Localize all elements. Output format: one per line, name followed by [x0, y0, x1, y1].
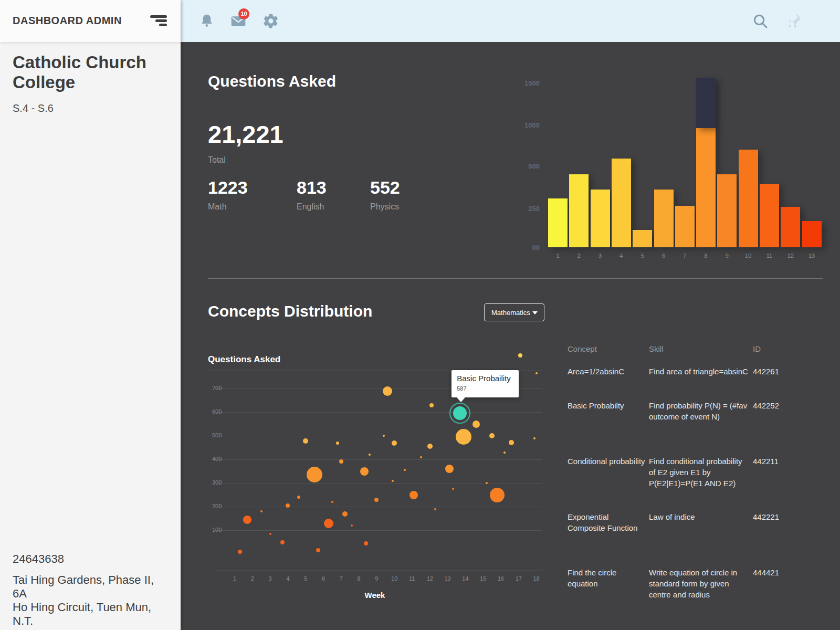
stat-english-value: 813 [297, 177, 327, 198]
subject-dropdown[interactable]: Mathematics [484, 303, 544, 321]
scatter-point[interactable] [238, 550, 242, 554]
scatter-point[interactable] [339, 459, 343, 464]
table-cell-id: 442261 [753, 366, 800, 377]
bar-x-tick: 11 [760, 253, 779, 259]
scatter-point[interactable] [445, 465, 454, 473]
scatter-point[interactable] [307, 467, 322, 482]
table-cell-skill: Find probability P(N) = (#fav outcome of… [649, 400, 749, 422]
scatter-point[interactable] [434, 508, 436, 510]
bar-week-5[interactable] [633, 230, 652, 247]
scatter-point[interactable] [364, 541, 368, 545]
bar-week-13[interactable] [802, 221, 822, 247]
table-cell-skill: Find conditional probability of E2 given… [649, 456, 749, 489]
scatter-point[interactable] [383, 386, 392, 396]
scatter-x-tick: 6 [317, 575, 330, 582]
notifications-button[interactable] [198, 13, 215, 29]
scatter-point[interactable] [489, 433, 495, 438]
bar-week-7[interactable] [675, 206, 695, 247]
scatter-point[interactable] [392, 480, 394, 482]
topbar: 10 [181, 0, 840, 42]
bar-week-10[interactable] [739, 150, 758, 247]
table-cell-id: 442211 [753, 456, 800, 467]
scatter-point[interactable] [374, 498, 379, 502]
bar-week-1[interactable] [548, 198, 568, 247]
bar-week-9[interactable] [717, 174, 737, 247]
scatter-point[interactable] [351, 524, 353, 527]
scatter-point[interactable] [503, 452, 506, 454]
scatter-point[interactable] [536, 372, 538, 374]
menu-icon[interactable] [150, 15, 167, 27]
scatter-point[interactable] [316, 548, 320, 552]
scatter-point[interactable] [420, 456, 422, 458]
scatter-point[interactable] [410, 491, 418, 499]
bar-x-tick: 13 [802, 253, 822, 259]
scatter-point[interactable] [456, 429, 471, 445]
app-title: DASHBOARD ADMIN [13, 15, 122, 27]
scatter-point[interactable] [303, 438, 308, 444]
scatter-point[interactable] [297, 496, 300, 499]
scatter-point[interactable] [336, 442, 339, 445]
scatter-point[interactable] [342, 511, 348, 517]
bar-week-12[interactable] [781, 207, 800, 247]
scatter-point[interactable] [472, 421, 480, 428]
scatter-grid-line [214, 507, 542, 507]
tooltip-title: Basic Probaility [457, 374, 511, 383]
scatter-point[interactable] [427, 444, 433, 449]
scatter-x-tick: 7 [335, 575, 348, 582]
scatter-grid-line [214, 412, 542, 413]
bar-y-tick: 1000 [517, 121, 540, 129]
scatter-point[interactable] [280, 540, 285, 544]
scatter-grid-line [214, 530, 542, 531]
bar-week-6[interactable] [654, 190, 674, 247]
scatter-point[interactable] [509, 440, 514, 445]
scatter-point[interactable] [392, 440, 397, 446]
concepts-distribution-title: Concepts Distribution [208, 302, 372, 320]
bar-cap-week-8[interactable] [696, 78, 716, 128]
bar-week-8[interactable] [696, 128, 716, 247]
scatter-point[interactable] [518, 353, 522, 358]
bar-week-2[interactable] [569, 174, 589, 247]
bar-x-tick: 4 [612, 253, 631, 259]
scatter-point[interactable] [331, 501, 333, 503]
scatter-point[interactable] [383, 435, 385, 437]
scatter-point[interactable] [452, 488, 454, 490]
launch-button[interactable] [785, 13, 802, 29]
scatter-point[interactable] [324, 519, 333, 528]
bar-week-3[interactable] [591, 190, 610, 247]
scatter-point[interactable] [243, 516, 251, 524]
scatter-y-tick: 400 [212, 456, 222, 462]
tooltip-arrow [457, 397, 465, 402]
chart-divider [214, 341, 542, 341]
bar-week-11[interactable] [760, 184, 779, 247]
scatter-point[interactable] [533, 437, 536, 439]
bar-week-4[interactable] [612, 159, 631, 247]
settings-button[interactable] [262, 13, 279, 29]
scatter-point[interactable] [490, 488, 505, 502]
chevron-down-icon [532, 311, 538, 314]
questions-total-label: Total [208, 155, 226, 165]
scatter-point[interactable] [260, 510, 262, 512]
bar-x-tick: 9 [717, 253, 737, 259]
school-name: Catholic Church College [13, 52, 149, 92]
scatter-y-tick: 500 [212, 432, 222, 438]
section-divider [208, 278, 823, 279]
scatter-x-tick: 2 [246, 575, 259, 582]
scatter-y-tick: 700 [212, 385, 222, 391]
scatter-point[interactable] [429, 403, 434, 407]
scatter-point[interactable] [404, 469, 406, 471]
table-cell-id: 442221 [753, 511, 800, 522]
scatter-x-tick: 13 [442, 575, 454, 582]
scatter-x-tick: 11 [406, 575, 418, 582]
table-cell-concept: Conditional probability [568, 456, 646, 467]
scatter-point[interactable] [369, 454, 371, 456]
search-button[interactable] [752, 13, 769, 29]
stat-physics-value: 552 [370, 177, 400, 198]
scatter-point[interactable] [486, 482, 488, 484]
scatter-point[interactable] [360, 467, 369, 476]
questions-asked-title: Questions Asked [208, 72, 336, 90]
stat-math-label: Math [208, 202, 248, 212]
scatter-x-axis [214, 571, 542, 571]
scatter-point[interactable] [269, 533, 271, 535]
bell-icon [198, 13, 215, 29]
messages-button[interactable]: 10 [230, 13, 247, 29]
